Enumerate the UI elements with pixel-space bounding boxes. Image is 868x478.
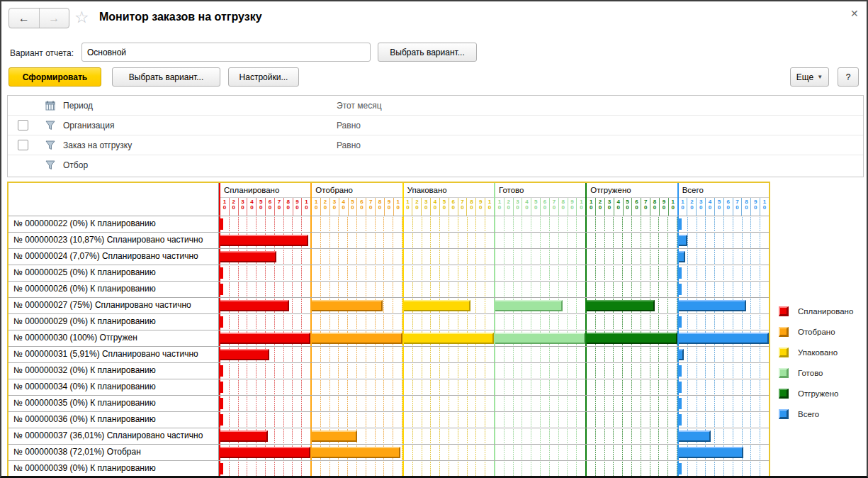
bar-ready[interactable] — [495, 333, 585, 344]
order-row-label[interactable]: № 000000025 (0%) К планированию — [9, 265, 219, 281]
choose-variant-button[interactable]: Выбрать вариант... — [112, 67, 220, 87]
bar-picked[interactable] — [312, 333, 402, 344]
legend-swatch-icon — [779, 348, 789, 357]
column-title: Спланировано — [220, 183, 310, 198]
filter-checkbox[interactable] — [18, 140, 28, 150]
order-row-plot — [219, 265, 769, 281]
order-row-label[interactable]: № 000000022 (0%) К планированию — [9, 216, 219, 232]
bar-planned[interactable] — [220, 300, 289, 311]
bar-planned[interactable] — [220, 447, 310, 458]
bar-total[interactable] — [679, 430, 711, 442]
bar-picked[interactable] — [312, 447, 400, 458]
bar-total[interactable] — [679, 300, 746, 311]
cell-packed — [402, 428, 494, 444]
filter-row-Заказ на отгрузку[interactable]: Заказ на отгрузкуРавно — [8, 135, 863, 155]
order-row-label[interactable]: № 000000036 (0%) К планированию — [9, 412, 219, 428]
favorite-star-icon[interactable]: ☆ — [74, 8, 89, 27]
bar-planned[interactable] — [220, 430, 268, 442]
back-button[interactable]: ← — [9, 9, 40, 28]
funnel-icon — [45, 140, 56, 151]
cell-packed — [402, 233, 494, 248]
cell-shipped — [585, 216, 677, 232]
legend-swatch-icon — [779, 327, 789, 337]
filter-row-Период[interactable]: ПериодЭтот месяц — [8, 96, 863, 116]
cell-ready — [494, 249, 585, 265]
scale-tick: 90 — [659, 198, 668, 216]
bar-total[interactable] — [679, 447, 744, 458]
scale-tick: 80 — [466, 198, 475, 216]
zero-bar-total — [679, 463, 682, 474]
column-scale: 10203040506070809010 — [404, 198, 494, 216]
generate-button[interactable]: Сформировать — [9, 67, 101, 87]
close-icon[interactable]: ✕ — [850, 8, 859, 19]
order-row-label[interactable]: № 000000035 (0%) К планированию — [9, 396, 219, 411]
bar-packed[interactable] — [404, 333, 494, 344]
order-row-label[interactable]: № 000000031 (5,91%) Спланировано частичн… — [9, 347, 219, 362]
bar-shipped[interactable] — [587, 333, 677, 344]
order-row-label[interactable]: № 000000032 (0%) К планированию — [9, 363, 219, 379]
filter-checkbox[interactable] — [18, 120, 28, 130]
scale-tick: 90 — [475, 198, 485, 216]
bar-total[interactable] — [679, 251, 685, 262]
order-row-label[interactable]: № 000000034 (0%) К планированию — [9, 379, 219, 395]
bar-planned[interactable] — [220, 333, 310, 344]
bar-picked[interactable] — [312, 430, 357, 442]
cell-picked — [310, 461, 402, 477]
column-header-shipped: Отгружено10203040506070809010 — [585, 183, 677, 216]
order-row-plot — [219, 461, 769, 477]
more-button[interactable]: Еще ▼ — [790, 67, 829, 87]
bar-ready[interactable] — [495, 300, 563, 311]
filter-value[interactable]: Равно — [337, 121, 361, 130]
order-row-label[interactable]: № 000000029 (0%) К планированию — [9, 314, 219, 330]
cell-picked — [310, 396, 402, 411]
cell-planned — [219, 330, 310, 346]
legend-label: Готово — [798, 369, 823, 377]
table-row: № 000000022 (0%) К планированию — [9, 216, 769, 233]
more-button-label: Еще — [796, 72, 813, 82]
order-row-label[interactable]: № 000000023 (10,87%) Спланировано частич… — [9, 233, 219, 248]
chevron-down-icon: ▼ — [817, 74, 823, 80]
filter-value[interactable]: Этот месяц — [337, 101, 382, 111]
settings-button[interactable]: Настройки... — [228, 67, 299, 87]
order-row-label[interactable]: № 000000038 (72,01%) Отобран — [9, 445, 219, 460]
order-row-label[interactable]: № 000000030 (100%) Отгружен — [9, 330, 219, 346]
variant-input[interactable] — [81, 43, 371, 62]
help-button[interactable]: ? — [838, 67, 859, 87]
bar-planned[interactable] — [220, 349, 269, 360]
bar-planned[interactable] — [220, 235, 308, 246]
scale-tick: 90 — [293, 198, 302, 216]
cell-ready — [494, 347, 585, 362]
filter-row-Организация[interactable]: ОрганизацияРавно — [8, 116, 863, 135]
bar-total[interactable] — [679, 333, 769, 344]
choose-variant-button-top[interactable]: Выбрать вариант... — [378, 43, 477, 62]
scale-tick: 10 — [485, 198, 494, 216]
cell-shipped — [585, 347, 677, 362]
page-title: Монитор заказов на отгрузку — [99, 11, 262, 23]
bar-planned[interactable] — [220, 251, 276, 262]
cell-packed — [402, 363, 494, 379]
cell-packed — [402, 298, 494, 313]
cell-shipped — [585, 298, 677, 313]
zero-bar-planned — [220, 382, 223, 393]
bar-total[interactable] — [679, 349, 684, 360]
bar-total[interactable] — [679, 235, 688, 246]
bar-packed[interactable] — [404, 300, 470, 311]
order-row-label[interactable]: № 000000037 (36,01%) Спланировано частич… — [9, 428, 219, 444]
zero-bar-total — [679, 398, 682, 409]
column-title: Отгружено — [587, 183, 677, 198]
order-row-label[interactable]: № 000000039 (0%) К планированию — [9, 461, 219, 477]
forward-arrow-icon: → — [48, 12, 60, 25]
cell-picked — [310, 445, 402, 460]
cell-picked — [310, 233, 402, 248]
order-row-label[interactable]: № 000000024 (7,07%) Спланировано частичн… — [9, 249, 219, 265]
filter-value[interactable]: Равно — [337, 140, 361, 150]
order-row-label[interactable]: № 000000027 (75%) Спланировано частично — [9, 298, 219, 313]
bar-picked[interactable] — [312, 300, 382, 311]
forward-button[interactable]: → — [40, 9, 69, 28]
order-row-label[interactable]: № 000000026 (0%) К планированию — [9, 282, 219, 297]
bar-shipped[interactable] — [587, 300, 654, 311]
cell-shipped — [585, 412, 677, 428]
cell-total — [677, 216, 769, 232]
cell-ready — [494, 233, 585, 248]
filter-row-Отбор[interactable]: Отбор — [8, 155, 863, 175]
